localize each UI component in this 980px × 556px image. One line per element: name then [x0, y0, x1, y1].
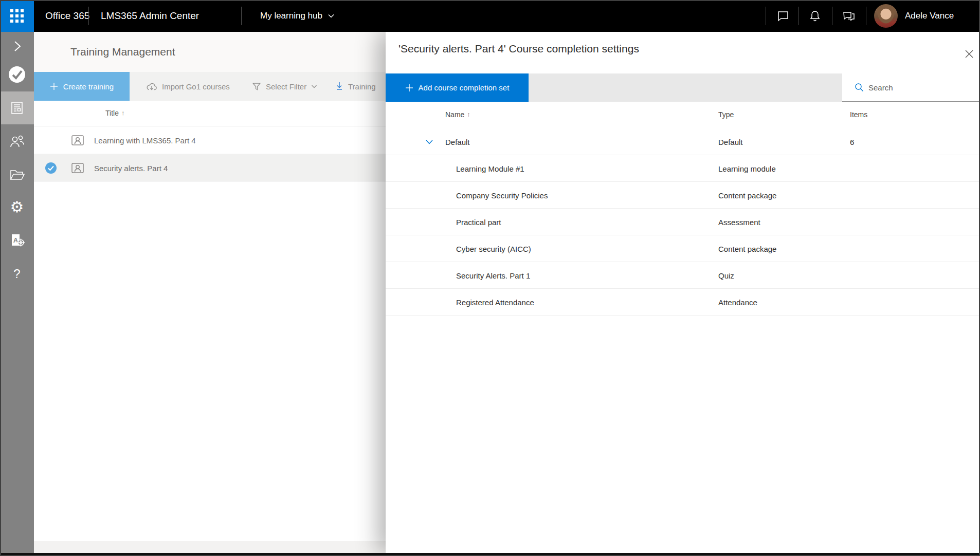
completion-item-name: Default — [445, 137, 470, 146]
completion-item-type: Learning module — [718, 164, 776, 173]
sidebar-learners-item[interactable] — [0, 127, 34, 156]
panel-title: 'Security alerts. Part 4' Course complet… — [398, 43, 639, 55]
training-title: Security alerts. Part 4 — [94, 163, 168, 172]
open-folder-icon — [9, 168, 25, 182]
completion-set-row[interactable]: Security Alerts. Part 1 Quiz — [386, 262, 980, 289]
select-filter-button[interactable]: Select Filter — [252, 72, 317, 101]
training-document-icon — [9, 100, 25, 116]
sidebar-lms365-home-item[interactable] — [0, 60, 34, 89]
admin-center-title[interactable]: LMS365 Admin Center — [101, 0, 199, 32]
gear-icon: ⚙ — [10, 199, 24, 215]
title-column-label: Title — [105, 109, 119, 117]
top-bar: Office 365 LMS365 Admin Center My learni… — [0, 0, 980, 32]
selected-check-icon — [45, 162, 57, 174]
name-column-header[interactable]: Name ↑ — [445, 110, 470, 119]
course-completion-settings-panel: 'Security alerts. Part 4' Course complet… — [386, 32, 980, 553]
completion-item-name: Cyber security (AICC) — [456, 244, 531, 253]
training-download-label: Training — [348, 82, 376, 91]
notifications-button[interactable] — [801, 0, 829, 32]
select-filter-label: Select Filter — [266, 82, 306, 91]
user-menu[interactable]: Adele Vance — [874, 0, 954, 32]
expand-row-button[interactable] — [425, 137, 434, 146]
window-bottom-edge — [0, 553, 980, 556]
completion-item-type: Default — [718, 137, 743, 146]
cloud-download-icon — [146, 82, 157, 91]
search-icon — [855, 83, 864, 92]
sidebar-training-management-item[interactable] — [0, 91, 34, 124]
completion-set-row[interactable]: Company Security Policies Content packag… — [386, 182, 980, 209]
close-panel-button[interactable] — [960, 45, 978, 63]
completion-set-row[interactable]: Registered Attendance Attendance — [386, 289, 980, 316]
completion-set-row[interactable]: Cyber security (AICC) Content package — [386, 235, 980, 262]
contact-card-icon — [71, 162, 84, 174]
plus-icon — [405, 84, 413, 92]
completion-table-header: Name ↑ Type Items — [386, 102, 980, 128]
topbar-separator — [766, 7, 766, 25]
feedback-bubbles-icon — [842, 9, 856, 23]
topbar-separator — [832, 7, 832, 25]
user-avatar — [874, 4, 898, 28]
completion-set-row[interactable]: Practical part Assessment — [386, 209, 980, 235]
completion-item-name: Registered Attendance — [456, 298, 534, 306]
waffle-icon — [10, 9, 24, 23]
app-launcher-button[interactable] — [0, 0, 34, 32]
plus-icon — [50, 82, 58, 90]
my-learning-hub-menu[interactable]: My learning hub — [260, 0, 335, 32]
sort-ascending-icon: ↑ — [121, 109, 125, 117]
sidebar-catalog-item[interactable] — [0, 160, 34, 189]
chevron-down-icon — [425, 137, 434, 146]
type-column-header: Type — [718, 110, 734, 119]
people-icon — [9, 134, 25, 149]
topbar-separator — [866, 7, 866, 25]
bell-icon — [808, 9, 822, 23]
add-course-completion-set-button[interactable]: Add course completion set — [386, 73, 529, 102]
sidebar-admin-item[interactable]: A — [0, 226, 34, 255]
feedback-button[interactable] — [834, 0, 863, 32]
screen: Office 365 LMS365 Admin Center My learni… — [0, 0, 980, 556]
my-learning-hub-label: My learning hub — [260, 11, 322, 21]
completion-set-row[interactable]: Learning Module #1 Learning module — [386, 155, 980, 182]
topbar-separator — [88, 7, 89, 25]
completion-item-count: 6 — [850, 137, 854, 146]
import-go1-courses-button[interactable]: Import Go1 courses — [146, 72, 230, 101]
sidebar-expand-button[interactable] — [0, 32, 34, 61]
topbar-separator — [798, 7, 798, 25]
create-training-button[interactable]: Create training — [34, 72, 130, 101]
topbar-separator — [241, 7, 242, 25]
completion-toolbar: Add course completion set — [386, 73, 980, 102]
checkmark-circle-icon — [8, 65, 26, 84]
completion-item-name: Practical part — [456, 217, 501, 226]
completion-item-type: Content package — [718, 244, 776, 253]
office365-link[interactable]: Office 365 — [45, 0, 89, 32]
completion-item-type: Attendance — [718, 298, 757, 306]
type-column-label: Type — [718, 110, 734, 119]
admin-a-gear-icon: A — [8, 232, 26, 249]
page-title: Training Management — [70, 46, 175, 58]
chevron-down-icon — [311, 83, 317, 89]
close-icon — [964, 49, 974, 59]
contact-card-icon — [71, 134, 84, 146]
completion-item-type: Quiz — [718, 271, 734, 280]
completion-set-row[interactable]: Default Default 6 — [386, 128, 980, 155]
completion-item-name: Security Alerts. Part 1 — [456, 271, 530, 280]
training-title: Learning with LMS365. Part 4 — [94, 136, 196, 144]
left-nav-sidebar: ⚙ A ? — [0, 32, 34, 553]
add-set-label: Add course completion set — [419, 83, 510, 92]
help-icon: ? — [13, 267, 20, 281]
training-download-button[interactable]: Training — [335, 72, 376, 101]
search-input[interactable] — [868, 83, 966, 92]
title-column-header[interactable]: Title ↑ — [105, 109, 124, 117]
items-column-header: Items — [850, 110, 867, 119]
sidebar-help-item[interactable]: ? — [0, 260, 34, 288]
sidebar-settings-item[interactable]: ⚙ — [0, 193, 34, 221]
chevron-right-icon — [10, 40, 24, 53]
name-column-label: Name — [445, 110, 464, 119]
chat-button[interactable] — [769, 0, 797, 32]
import-go1-label: Import Go1 courses — [162, 82, 230, 91]
completion-rows: Default Default 6 Learning Module #1 Lea… — [386, 128, 980, 316]
completion-item-name: Learning Module #1 — [456, 164, 524, 173]
items-column-label: Items — [850, 110, 867, 119]
sort-ascending-icon: ↑ — [467, 110, 470, 119]
completion-item-type: Assessment — [718, 217, 760, 226]
search-box — [842, 73, 980, 102]
